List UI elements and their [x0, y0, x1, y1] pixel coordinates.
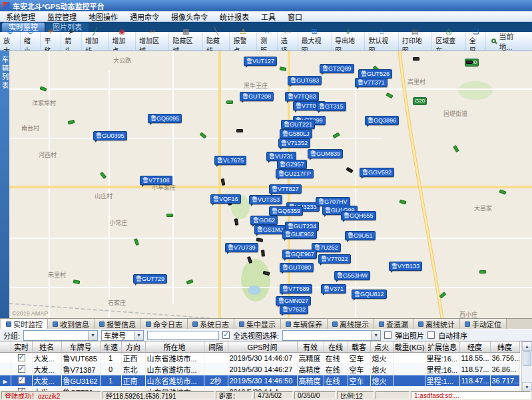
vehicle-label[interactable]: 鲁VUT127	[244, 57, 277, 66]
column-header[interactable]: 车速	[100, 341, 121, 353]
truck-icon[interactable]	[261, 250, 265, 256]
vehicle-label[interactable]: 鲁G707HV	[316, 197, 350, 206]
vehicle-label[interactable]: 鲁V7T108	[140, 176, 172, 185]
vehicle-label[interactable]: 鲁GUT683	[288, 76, 322, 85]
vehicle-label[interactable]: 鲁GT315	[316, 102, 346, 111]
table-row[interactable]: ▶大发...鲁GU31621正南山东省潍坊市...2秒2019/5/30 14:…	[0, 375, 519, 387]
vehicle-label[interactable]: 鲁GUT208	[240, 92, 274, 101]
select-button[interactable]: ▭选择	[278, 32, 298, 50]
vehicle-label[interactable]: 鲁G563HW	[334, 271, 370, 280]
bottom-tab-system-log[interactable]: 系统日志	[188, 319, 234, 329]
vehicle-label[interactable]: 鲁GQH655	[341, 211, 376, 220]
column-header[interactable]: 扩展信息	[425, 341, 459, 353]
vehicle-list-strip[interactable]: 车辆列表	[0, 51, 9, 318]
column-header[interactable]: GPS时间	[228, 341, 297, 353]
popup-photo-checkbox[interactable]	[384, 331, 392, 339]
table-scrollbar[interactable]	[521, 341, 532, 391]
column-header[interactable]: 载客	[348, 341, 370, 353]
car-icon[interactable]	[166, 214, 173, 217]
vehicle-label[interactable]: 鲁GQU812	[352, 290, 387, 299]
vehicle-label[interactable]: 鲁GUT221	[281, 120, 315, 129]
hide-area-button[interactable]: ▩隐藏区域	[169, 32, 202, 50]
bottom-tab-alarm-info[interactable]: 报警信息	[95, 319, 141, 329]
view-select-checkbox[interactable]	[222, 331, 230, 339]
bottom-tab-received-info[interactable]: 收到信息	[48, 319, 95, 329]
realtime-checkbox[interactable]	[18, 388, 25, 391]
truck-icon[interactable]	[236, 129, 243, 132]
zoom-in-button[interactable]: ⊕放大	[0, 32, 21, 50]
vehicle-label[interactable]: 鲁VUT353	[249, 195, 282, 204]
menu-map-operation[interactable]: 地图操作	[83, 11, 124, 21]
column-header[interactable]: 所在地	[145, 341, 204, 353]
vehicle-label[interactable]: 鲁GQ6095	[148, 114, 182, 123]
car-icon[interactable]	[479, 270, 486, 274]
vehicle-label[interactable]: 鲁GQ3896	[365, 116, 399, 125]
vehicle-label[interactable]: 鲁V7U739	[225, 243, 258, 252]
column-header[interactable]: 间隔	[204, 341, 228, 353]
plate-search-input[interactable]	[147, 331, 219, 340]
menu-tools[interactable]: 工具	[255, 11, 282, 21]
add-point-button[interactable]: ◉增加点	[109, 32, 136, 50]
vehicle-label[interactable]: 鲁G9U51	[345, 231, 376, 240]
column-header[interactable]: 在线	[324, 341, 348, 353]
column-header[interactable]: 姓名	[32, 341, 61, 353]
max-view-button[interactable]: ⊞最大视图	[298, 32, 332, 50]
vehicle-label[interactable]: 鲁VL7675	[214, 156, 246, 165]
bottom-tab-offline-stats[interactable]: 离线统计	[413, 319, 460, 329]
alarm-message-box[interactable]: 1:asdfasd;sd:...	[411, 391, 531, 399]
scroll-up-icon[interactable]	[522, 341, 532, 351]
vehicle-label[interactable]: 鲁VYB133	[389, 262, 422, 271]
vehicle-label[interactable]: 鲁GQ6359	[269, 206, 303, 216]
view-select[interactable]	[282, 330, 381, 341]
vehicle-label[interactable]: 鲁GGV592	[360, 168, 394, 177]
realtime-checkbox[interactable]	[18, 354, 25, 361]
vehicle-label[interactable]: 鲁GT2Q89	[320, 64, 354, 73]
search-icon[interactable]	[491, 39, 496, 43]
car-icon[interactable]	[226, 100, 233, 104]
scroll-down-icon[interactable]	[522, 382, 532, 391]
vehicle-label[interactable]: 鲁GUT526	[358, 69, 392, 79]
vehicle-label[interactable]: 鲁GUE902	[282, 230, 317, 239]
add-line-button[interactable]: ╱增加线	[82, 32, 109, 50]
group-select[interactable]	[23, 330, 98, 341]
export-map-button[interactable]: ⇓导出地图	[332, 32, 365, 50]
vehicle-label[interactable]: 鲁G580LJ	[280, 129, 312, 138]
column-header[interactable]: 实时	[11, 341, 32, 353]
vehicle-label[interactable]: 鲁V7632	[280, 305, 308, 314]
column-header[interactable]: 经度	[459, 341, 490, 353]
column-header[interactable]: 载重(KG)	[393, 341, 425, 353]
truck-icon[interactable]	[466, 61, 473, 64]
realtime-checkbox[interactable]	[18, 365, 25, 373]
vehicle-label[interactable]: 鲁V7T022	[318, 254, 351, 264]
menu-window[interactable]: 窗口	[282, 11, 308, 21]
column-header[interactable]: 车牌号	[61, 341, 100, 353]
alarm-point-button[interactable]: ⚠报警点	[230, 32, 257, 50]
menu-monitor-management[interactable]: 监控管理	[41, 11, 83, 21]
map-canvas[interactable]: ©2019 AMAP 鲁VUT127鲁GT2Q89鲁GUT526鲁V7T371鲁…	[9, 51, 532, 318]
vehicle-label[interactable]: 鲁GQE967	[282, 250, 317, 259]
pan-button[interactable]: ✛平移	[41, 32, 61, 50]
vehicle-label[interactable]: 鲁V7T689	[280, 284, 312, 294]
vehicle-label[interactable]: 鲁V7T371	[355, 78, 388, 87]
vehicle-label[interactable]: 鲁GUT080	[280, 263, 314, 272]
hide-line-button[interactable]: ╲隐藏线	[203, 32, 230, 50]
auto-sort-checkbox[interactable]	[427, 331, 435, 339]
menu-general-command[interactable]: 通用命令	[124, 11, 165, 21]
search-field-select[interactable]: 车牌号	[101, 330, 144, 341]
vehicle-label[interactable]: 鲁VQF16	[210, 194, 241, 204]
bottom-tab-manual-position[interactable]: 手动定位	[460, 319, 507, 329]
vehicle-label[interactable]: 鲁GUT729	[133, 274, 167, 284]
column-header[interactable]: 有效	[297, 341, 324, 353]
vehicle-label[interactable]: 鲁GU217FP	[276, 169, 314, 178]
arrow-button[interactable]: ➤箭头	[61, 32, 82, 50]
bottom-tab-command-log[interactable]: 命令日志	[141, 319, 188, 329]
vehicle-label[interactable]: 鲁V7TQ83	[285, 92, 319, 101]
table-row[interactable]: 大发...鲁V713870东北山东省潍坊市...2019/5/30 14:46:…	[0, 364, 519, 375]
bottom-tab-realtime[interactable]: 实时监控	[1, 319, 48, 329]
vehicle-label[interactable]: 鲁V71352	[278, 138, 310, 148]
region-search-button[interactable]: ◎区域查车	[432, 32, 465, 50]
print-map-button[interactable]: ▤打印地图	[399, 32, 432, 50]
vehicle-label[interactable]: 鲁V7T827	[269, 184, 302, 194]
vehicle-label[interactable]: 鲁GO62	[250, 216, 278, 225]
column-header[interactable]: 方向	[121, 341, 145, 353]
